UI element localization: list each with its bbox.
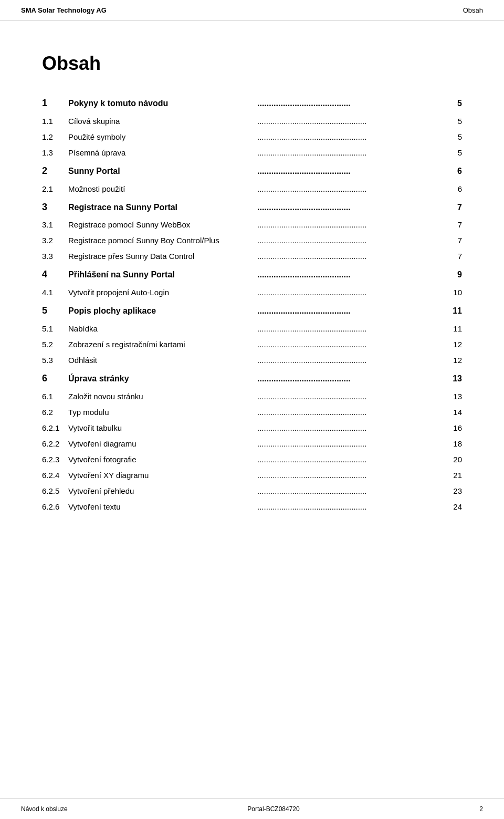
toc-page-6: 7 (446, 201, 462, 214)
toc-entry-8: 3.2Registrace pomocí Sunny Boy Control/P… (42, 234, 462, 247)
toc-entry-15: 5.3Odhlásit.............................… (42, 354, 462, 367)
toc-number-9: 3.3 (42, 250, 68, 263)
toc-number-22: 6.2.4 (42, 469, 68, 482)
toc-page-4: 6 (446, 164, 462, 178)
toc-entry-17: 6.1Založit novou stránku................… (42, 390, 462, 403)
footer-right: 2 (479, 805, 483, 813)
toc-label-16: Úprava stránky (68, 372, 255, 386)
toc-number-16: 6 (42, 371, 68, 386)
toc-label-2: Použité symboly (68, 131, 255, 143)
toc-label-11: Vytvořit propojení Auto-Login (68, 286, 255, 299)
toc-page-14: 12 (446, 338, 462, 351)
footer-left: Návod k obsluze (21, 805, 68, 813)
toc-page-2: 5 (446, 131, 462, 143)
toc-label-5: Možnosti použití (68, 183, 255, 195)
toc-number-12: 5 (42, 303, 68, 318)
toc-number-5: 2.1 (42, 183, 68, 195)
toc-entry-21: 6.2.3Vytvoření fotografie...............… (42, 453, 462, 466)
toc-entry-19: 6.2.1Vytvořit tabulku...................… (42, 422, 462, 434)
toc-page-0: 5 (446, 97, 462, 110)
toc-page-5: 6 (446, 183, 462, 195)
toc-label-14: Zobrazení s registračními kartami (68, 338, 255, 351)
toc-label-12: Popis plochy aplikace (68, 304, 255, 318)
toc-dots-5: ........................................… (257, 183, 444, 195)
toc-entry-13: 5.1Nabídka..............................… (42, 323, 462, 335)
toc-entry-9: 3.3Registrace přes Sunny Data Control...… (42, 250, 462, 263)
toc-label-4: Sunny Portal (68, 164, 255, 178)
toc-dots-21: ........................................… (257, 453, 444, 466)
toc-dots-6: ........................................ (257, 201, 444, 214)
toc-dots-19: ........................................… (257, 422, 444, 434)
toc-label-7: Registrace pomocí Sunny WebBox (68, 219, 255, 231)
toc-dots-20: ........................................… (257, 438, 444, 450)
toc-page-10: 9 (446, 268, 462, 282)
toc-label-23: Vytvoření přehledu (68, 485, 255, 497)
toc-page-18: 14 (446, 406, 462, 419)
toc-entry-12: 5Popis plochy aplikace..................… (42, 303, 462, 318)
toc-page-11: 10 (446, 286, 462, 299)
toc-dots-4: ........................................ (257, 164, 444, 178)
toc-number-21: 6.2.3 (42, 453, 68, 466)
toc-number-1: 1.1 (42, 115, 68, 128)
toc-number-3: 1.3 (42, 147, 68, 159)
toc-number-20: 6.2.2 (42, 438, 68, 450)
toc-number-8: 3.2 (42, 234, 68, 247)
toc-number-17: 6.1 (42, 390, 68, 403)
toc-dots-1: ........................................… (257, 115, 444, 128)
toc-number-4: 2 (42, 163, 68, 179)
toc-list: 1Pokyny k tomuto návodu.................… (42, 96, 462, 513)
toc-number-7: 3.1 (42, 219, 68, 231)
toc-label-21: Vytvoření fotografie (68, 453, 255, 466)
toc-page-20: 18 (446, 438, 462, 450)
toc-dots-3: ........................................… (257, 147, 444, 159)
page-content: Obsah 1Pokyny k tomuto návodu...........… (0, 21, 504, 558)
header-logo: SMA Solar Technology AG (21, 6, 107, 14)
toc-entry-6: 3Registrace na Sunny Portal.............… (42, 200, 462, 215)
page-header: SMA Solar Technology AG Obsah (0, 0, 504, 21)
toc-number-10: 4 (42, 267, 68, 282)
page-title: Obsah (42, 53, 462, 75)
toc-number-2: 1.2 (42, 131, 68, 143)
toc-dots-24: ........................................… (257, 501, 444, 513)
toc-entry-23: 6.2.5Vytvoření přehledu.................… (42, 485, 462, 497)
toc-dots-11: ........................................… (257, 286, 444, 299)
toc-entry-0: 1Pokyny k tomuto návodu.................… (42, 96, 462, 111)
toc-dots-18: ........................................… (257, 406, 444, 419)
footer-center: Portal-BCZ084720 (247, 805, 299, 813)
toc-entry-1: 1.1Cílová skupina.......................… (42, 115, 462, 128)
toc-entry-2: 1.2Použité symboly......................… (42, 131, 462, 143)
toc-number-19: 6.2.1 (42, 422, 68, 434)
toc-dots-14: ........................................… (257, 338, 444, 351)
toc-number-24: 6.2.6 (42, 501, 68, 513)
toc-dots-13: ........................................… (257, 323, 444, 335)
toc-number-15: 5.3 (42, 354, 68, 367)
toc-label-20: Vytvoření diagramu (68, 438, 255, 450)
toc-label-3: Písemná úprava (68, 147, 255, 159)
toc-number-23: 6.2.5 (42, 485, 68, 497)
toc-entry-11: 4.1Vytvořit propojení Auto-Login........… (42, 286, 462, 299)
toc-entry-5: 2.1Možnosti použití.....................… (42, 183, 462, 195)
toc-label-15: Odhlásit (68, 354, 255, 367)
toc-label-22: Vytvoření XY diagramu (68, 469, 255, 482)
toc-label-1: Cílová skupina (68, 115, 255, 128)
toc-entry-22: 6.2.4Vytvoření XY diagramu..............… (42, 469, 462, 482)
toc-number-11: 4.1 (42, 286, 68, 299)
toc-dots-16: ........................................ (257, 372, 444, 386)
toc-number-18: 6.2 (42, 406, 68, 419)
toc-entry-24: 6.2.6Vytvoření textu....................… (42, 501, 462, 513)
toc-entry-20: 6.2.2Vytvoření diagramu.................… (42, 438, 462, 450)
toc-page-16: 13 (446, 372, 462, 386)
toc-page-8: 7 (446, 234, 462, 247)
toc-entry-16: 6Úprava stránky.........................… (42, 371, 462, 386)
toc-label-6: Registrace na Sunny Portal (68, 201, 255, 214)
header-section: Obsah (463, 6, 483, 14)
toc-entry-10: 4Přihlášení na Sunny Portal.............… (42, 267, 462, 282)
toc-entry-3: 1.3Písemná úprava.......................… (42, 147, 462, 159)
toc-number-13: 5.1 (42, 323, 68, 335)
toc-dots-7: ........................................… (257, 219, 444, 231)
toc-entry-7: 3.1Registrace pomocí Sunny WebBox.......… (42, 219, 462, 231)
toc-dots-23: ........................................… (257, 485, 444, 497)
toc-page-21: 20 (446, 453, 462, 466)
toc-label-19: Vytvořit tabulku (68, 422, 255, 434)
toc-dots-9: ........................................… (257, 250, 444, 263)
